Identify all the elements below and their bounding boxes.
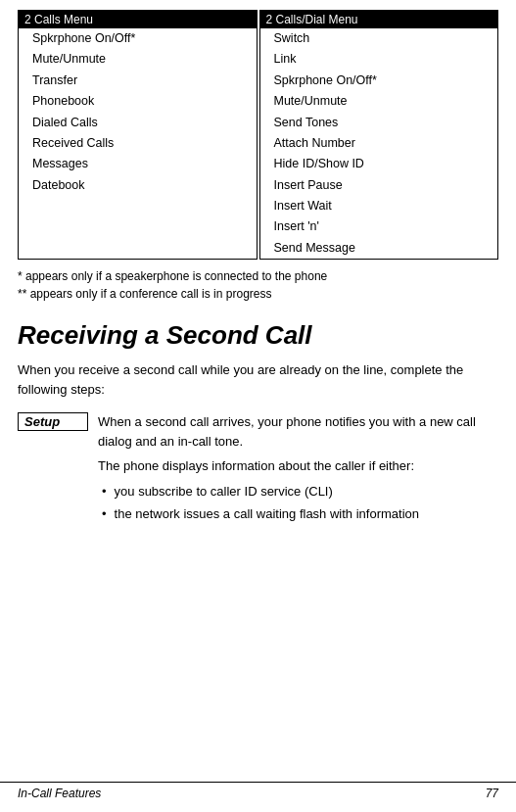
menu-item-received: Received Calls bbox=[19, 133, 257, 154]
footnote-1: * appears only if a speakerphone is conn… bbox=[18, 267, 498, 285]
menu-item-link: Link bbox=[260, 49, 498, 70]
footnote-2: ** appears only if a conference call is … bbox=[18, 285, 498, 303]
menu-item-transfer: Transfer bbox=[19, 71, 257, 91]
step-bullet-list: you subscribe to caller ID service (CLI)… bbox=[98, 482, 498, 524]
footer-section-label: In-Call Features bbox=[18, 787, 486, 800]
menu-item-insertn: Insert 'n' bbox=[260, 216, 498, 237]
menu-item-messages: Messages bbox=[19, 154, 257, 174]
step-setup-content: When a second call arrives, your phone n… bbox=[98, 412, 498, 528]
footer-page-number: 77 bbox=[486, 787, 498, 800]
menu-item-sendtones: Send Tones bbox=[260, 113, 498, 133]
menu-item-insertpause: Insert Pause bbox=[260, 175, 498, 196]
calls-menu-header: 2 Calls Menu bbox=[19, 11, 257, 28]
bullet-text-2: the network issues a call waiting flash … bbox=[115, 504, 419, 524]
menu-item-switch: Switch bbox=[260, 28, 498, 49]
menu-item-dialed: Dialed Calls bbox=[19, 113, 257, 133]
bullet-item-2: the network issues a call waiting flash … bbox=[98, 504, 498, 524]
step-setup-row: Setup When a second call arrives, your p… bbox=[18, 412, 498, 528]
dial-menu-header: 2 Calls/Dial Menu bbox=[260, 11, 498, 28]
menus-row: 2 Calls Menu Spkrphone On/Off* Mute/Unmu… bbox=[18, 10, 498, 260]
intro-text: When you receive a second call while you… bbox=[18, 360, 498, 399]
menu-item-mute1: Mute/Unmute bbox=[19, 49, 257, 70]
menu-item-mute2: Mute/Unmute bbox=[260, 91, 498, 112]
bullet-text-1: you subscribe to caller ID service (CLI) bbox=[115, 482, 333, 502]
step-para-1: When a second call arrives, your phone n… bbox=[98, 412, 498, 451]
step-para-2: The phone displays information about the… bbox=[98, 456, 498, 476]
menu-item-datebook: Datebook bbox=[19, 175, 257, 196]
footnotes: * appears only if a speakerphone is conn… bbox=[18, 267, 498, 303]
dial-menu-table: 2 Calls/Dial Menu Switch Link Spkrphone … bbox=[259, 10, 499, 260]
bullet-item-1: you subscribe to caller ID service (CLI) bbox=[98, 482, 498, 502]
menu-item-hideid: Hide ID/Show ID bbox=[260, 154, 498, 174]
menu-item-insertwait: Insert Wait bbox=[260, 196, 498, 216]
step-setup-label: Setup bbox=[18, 412, 88, 431]
page-container: 2 Calls Menu Spkrphone On/Off* Mute/Unmu… bbox=[0, 0, 516, 812]
page-footer: In-Call Features 77 bbox=[0, 782, 516, 800]
calls-menu-table: 2 Calls Menu Spkrphone On/Off* Mute/Unmu… bbox=[18, 10, 258, 260]
menu-item-phonebook: Phonebook bbox=[19, 91, 257, 112]
menu-item-spkr1: Spkrphone On/Off* bbox=[19, 28, 257, 49]
menu-item-sendmessage: Send Message bbox=[260, 238, 498, 259]
section-title: Receiving a Second Call bbox=[18, 320, 498, 351]
menu-item-spkr2: Spkrphone On/Off* bbox=[260, 71, 498, 91]
menu-item-attach: Attach Number bbox=[260, 133, 498, 154]
